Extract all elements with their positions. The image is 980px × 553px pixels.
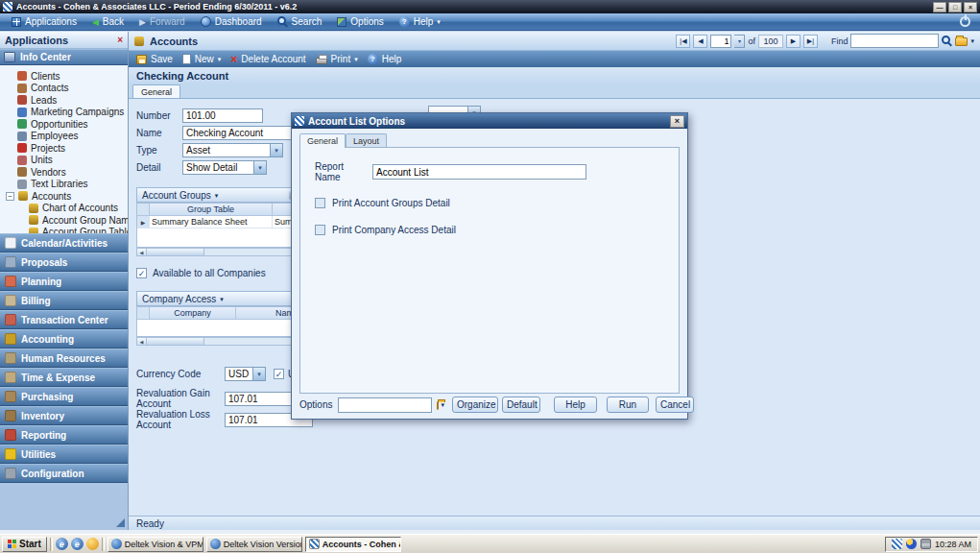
find-input[interactable] bbox=[850, 34, 939, 48]
sidebar-section[interactable]: Human Resources bbox=[0, 349, 128, 368]
col-group-table[interactable]: Group Table bbox=[150, 204, 273, 215]
dialog-action-button[interactable]: Default bbox=[502, 397, 540, 413]
record-number-input[interactable] bbox=[710, 35, 731, 48]
options-input[interactable] bbox=[338, 397, 432, 413]
tray-deltek-icon[interactable] bbox=[892, 539, 902, 549]
quicklaunch-app-icon[interactable] bbox=[86, 538, 99, 550]
quicklaunch-ie-icon[interactable]: e bbox=[71, 538, 84, 550]
maximize-button[interactable]: □ bbox=[948, 2, 962, 12]
record-dropdown-icon[interactable]: ▾ bbox=[734, 35, 745, 48]
new-button[interactable]: New ▾ bbox=[182, 54, 222, 64]
dialog-close-button[interactable]: × bbox=[670, 115, 684, 128]
sidebar-tree-subitem[interactable]: Account Group Tables bbox=[6, 227, 126, 234]
company-access-dropdown-icon[interactable]: ▾ bbox=[220, 296, 224, 302]
sidebar-tree-item[interactable]: Clients bbox=[6, 70, 126, 82]
sidebar-resize-grip[interactable] bbox=[116, 518, 125, 527]
cell-group-table[interactable]: Summary Balance Sheet bbox=[150, 216, 273, 228]
dialog-action-button[interactable]: Help bbox=[554, 397, 597, 413]
sidebar-tree-item[interactable]: Text Libraries bbox=[6, 179, 126, 190]
scroll-thumb[interactable] bbox=[147, 338, 204, 345]
sidebar-tree-item[interactable]: Marketing Campaigns bbox=[6, 107, 126, 118]
quicklaunch-browser-icon[interactable]: e bbox=[56, 538, 68, 550]
sidebar-section[interactable]: Planning bbox=[0, 272, 128, 291]
folder-icon[interactable] bbox=[955, 37, 968, 46]
dialog-tab-layout[interactable]: Layout bbox=[346, 133, 387, 147]
last-record-button[interactable]: ▶| bbox=[803, 35, 818, 48]
menu-forward[interactable]: ▶ Forward bbox=[133, 15, 191, 28]
type-dropdown-icon[interactable]: ▾ bbox=[271, 143, 283, 157]
sidebar-section[interactable]: Purchasing bbox=[0, 387, 128, 406]
sidebar-tree-item[interactable]: Contacts bbox=[6, 83, 126, 94]
save-button[interactable]: Save bbox=[136, 54, 173, 64]
tray-sync-icon[interactable] bbox=[906, 539, 917, 549]
dialog-titlebar[interactable]: Account List Options × bbox=[292, 113, 687, 129]
next-record-button[interactable]: ▶ bbox=[786, 35, 801, 48]
account-groups-dropdown-icon[interactable]: ▾ bbox=[215, 192, 219, 199]
report-name-input[interactable] bbox=[372, 164, 586, 180]
currency-field[interactable]: USD bbox=[225, 367, 253, 381]
task-deltek-version[interactable]: Deltek Vision Version 6.2 ... bbox=[206, 537, 302, 552]
sidebar-tree-item[interactable]: Leads bbox=[6, 94, 126, 106]
tab-general[interactable]: General bbox=[132, 84, 180, 98]
prev-record-button[interactable]: ◀ bbox=[693, 35, 707, 48]
sidebar-section[interactable]: Billing bbox=[0, 291, 128, 310]
dialog-action-button[interactable]: Organize bbox=[452, 397, 498, 413]
sidebar-section[interactable]: Reporting bbox=[0, 425, 128, 445]
scroll-thumb[interactable] bbox=[147, 249, 204, 255]
print-button[interactable]: Print ▾ bbox=[316, 54, 358, 64]
sidebar-section[interactable]: Utilities bbox=[0, 445, 128, 464]
menu-applications[interactable]: Applications bbox=[6, 15, 83, 28]
menu-help[interactable]: ? Help ▾ bbox=[394, 15, 446, 28]
sidebar-section[interactable]: Time & Expense bbox=[0, 368, 128, 387]
col-company[interactable]: Company bbox=[150, 307, 236, 319]
currency-dropdown-icon[interactable]: ▾ bbox=[253, 367, 266, 381]
options-folder-icon[interactable] bbox=[437, 401, 439, 410]
menu-back[interactable]: ◀ Back bbox=[86, 15, 130, 28]
available-checkbox[interactable]: ✓ bbox=[136, 268, 147, 278]
delete-account-button[interactable]: × Delete Account bbox=[230, 54, 305, 64]
sidebar-tree-subitem[interactable]: Account Group Names bbox=[6, 214, 126, 226]
number-field[interactable]: 101.00 bbox=[182, 108, 263, 123]
task-accounts-active[interactable]: Accounts - Cohen & A... bbox=[305, 537, 401, 552]
sidebar-tree-item[interactable]: Projects bbox=[6, 142, 126, 154]
sidebar-tree-item[interactable]: Vendors bbox=[6, 166, 126, 178]
scroll-left-icon[interactable]: ◀ bbox=[137, 249, 147, 255]
minimize-button[interactable]: — bbox=[933, 2, 946, 12]
sidebar-section[interactable]: Inventory bbox=[0, 406, 128, 425]
type-field[interactable]: Asset bbox=[182, 143, 271, 157]
dialog-tab-general[interactable]: General bbox=[299, 133, 346, 148]
tray-vm-icon[interactable]: vm bbox=[920, 539, 931, 549]
help-button[interactable]: ? Help bbox=[368, 54, 402, 64]
dialog-action-button[interactable]: Cancel bbox=[656, 397, 694, 413]
sidebar-section[interactable]: Accounting bbox=[0, 329, 128, 349]
sidebar-section[interactable]: Proposals bbox=[0, 252, 128, 272]
logoff-power-icon[interactable] bbox=[960, 16, 970, 27]
print-account-groups-checkbox[interactable] bbox=[315, 198, 325, 208]
collapse-icon[interactable]: − bbox=[6, 192, 14, 201]
print-company-access-checkbox[interactable] bbox=[315, 225, 325, 235]
detail-dropdown-icon[interactable]: ▾ bbox=[254, 160, 267, 175]
first-record-button[interactable]: |◀ bbox=[676, 35, 690, 48]
scroll-left-icon[interactable]: ◀ bbox=[137, 338, 147, 345]
folder-dropdown-icon[interactable]: ▾ bbox=[970, 37, 974, 44]
detail-field[interactable]: Show Detail bbox=[182, 160, 254, 175]
sidebar-section[interactable]: Calendar/Activities bbox=[0, 233, 128, 252]
sidebar-tree-item-accounts[interactable]: − Accounts bbox=[6, 190, 126, 202]
close-button[interactable]: × bbox=[964, 2, 977, 12]
info-center-header[interactable]: Info Center bbox=[0, 49, 128, 65]
sidebar-section[interactable]: Transaction Center bbox=[0, 310, 128, 329]
task-deltek-vpm[interactable]: Deltek Vision & VPM bbox=[108, 537, 203, 552]
sidebar-section[interactable]: Configuration bbox=[0, 464, 128, 483]
dialog-action-button[interactable]: Run bbox=[607, 397, 649, 413]
currency-checkbox[interactable]: ✓ bbox=[274, 369, 284, 379]
menu-search[interactable]: Search bbox=[272, 15, 328, 28]
sidebar-tree-item[interactable]: Opportunities bbox=[6, 118, 126, 130]
menu-dashboard[interactable]: Dashboard bbox=[195, 15, 268, 28]
sidebar-tree-item[interactable]: Units bbox=[6, 155, 126, 166]
sidebar-close-icon[interactable]: × bbox=[117, 35, 123, 45]
find-search-icon[interactable] bbox=[942, 36, 952, 46]
start-button[interactable]: Start bbox=[2, 537, 47, 552]
name-field[interactable]: Checking Account bbox=[182, 126, 303, 140]
sidebar-tree-item[interactable]: Employees bbox=[6, 131, 126, 142]
menu-options[interactable]: Options bbox=[331, 15, 389, 28]
